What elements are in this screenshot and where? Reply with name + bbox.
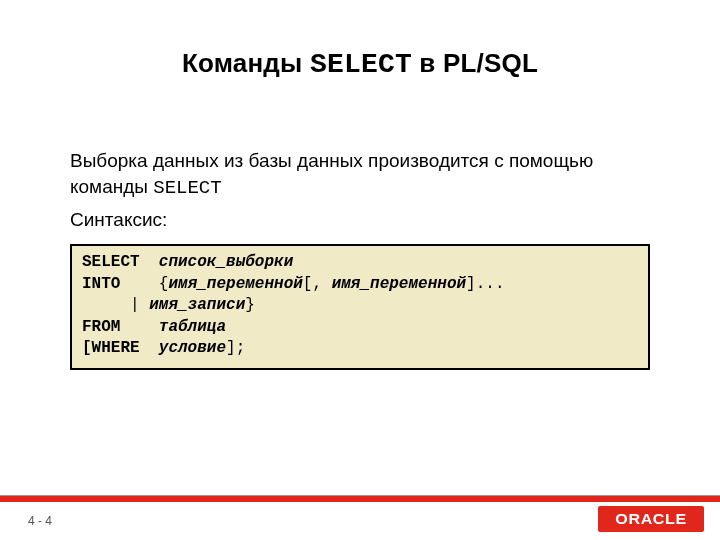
page-number: 4 - 4 xyxy=(28,514,52,528)
code-kw-where: [WHERE xyxy=(82,339,159,357)
body-text: Выборка данных из базы данных производит… xyxy=(70,148,660,239)
footer-divider xyxy=(0,496,720,502)
oracle-logo-text: ORACLE xyxy=(615,511,686,527)
slide: Команды SELECT в PL/SQL Выборка данных и… xyxy=(0,0,720,540)
body-line-1-keyword: SELECT xyxy=(153,177,221,199)
code-arg-record: имя_записи xyxy=(149,296,245,314)
code-arg-select-list: список_выборки xyxy=(159,253,293,271)
code-punct: ]... xyxy=(466,275,504,293)
code-punct: [, xyxy=(303,275,332,293)
body-line-2: Синтаксис: xyxy=(70,207,660,233)
title-keyword: SELECT xyxy=(310,49,412,80)
code-arg-var2: имя_переменной xyxy=(332,275,466,293)
code-arg-cond: условие xyxy=(159,339,226,357)
oracle-logo: ORACLE xyxy=(598,506,704,532)
code-arg-table: таблица xyxy=(159,318,226,336)
code-punct: ]; xyxy=(226,339,245,357)
code-kw-from: FROM xyxy=(82,318,159,336)
slide-title: Команды SELECT в PL/SQL xyxy=(0,48,720,80)
title-prefix: Команды xyxy=(182,48,310,78)
body-line-1: Выборка данных из базы данных производит… xyxy=(70,148,660,201)
code-punct: { xyxy=(159,275,169,293)
code-pad xyxy=(82,296,130,314)
code-punct: | xyxy=(130,296,149,314)
code-punct: } xyxy=(245,296,255,314)
title-suffix: в PL/SQL xyxy=(412,48,538,78)
code-arg-var1: имя_переменной xyxy=(168,275,302,293)
body-line-1-text: Выборка данных из базы данных производит… xyxy=(70,150,593,197)
syntax-code-block: SELECT список_выборки INTO {имя_переменн… xyxy=(70,244,650,370)
code-kw-into: INTO xyxy=(82,275,159,293)
code-kw-select: SELECT xyxy=(82,253,159,271)
